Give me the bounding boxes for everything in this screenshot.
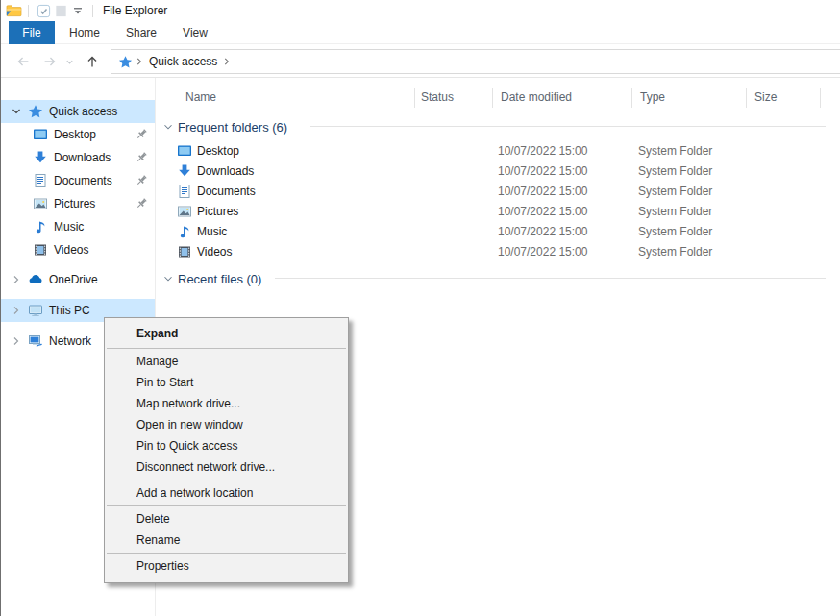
sidebar-label: Pictures (54, 197, 95, 210)
sidebar-item-pictures[interactable]: Pictures (1, 192, 155, 215)
recent-locations-dropdown[interactable] (62, 51, 76, 72)
qat-newfolder-button[interactable] (52, 2, 69, 19)
column-header-status[interactable]: Status (421, 90, 454, 104)
chevron-down-icon[interactable] (9, 104, 24, 119)
file-name: Videos (197, 245, 232, 259)
sidebar-item-documents[interactable]: Documents (1, 169, 155, 192)
sidebar-item-quick-access[interactable]: Quick access (1, 100, 155, 123)
chevron-down-icon[interactable] (161, 272, 175, 285)
group-header-recent-files[interactable]: Recent files (0) (156, 269, 261, 288)
tab-home[interactable]: Home (61, 21, 109, 44)
column-header-size[interactable]: Size (754, 90, 777, 104)
file-row-pictures[interactable]: Pictures 10/07/2022 15:00 System Folder (156, 202, 840, 222)
sidebar-item-videos[interactable]: Videos (1, 238, 155, 261)
menu-item-pin-to-quick-access[interactable]: Pin to Quick access (105, 435, 348, 456)
column-divider[interactable] (820, 88, 821, 108)
file-row-downloads[interactable]: Downloads 10/07/2022 15:00 System Folder (156, 161, 840, 182)
menu-item-rename[interactable]: Rename (105, 530, 348, 551)
chevron-down-icon[interactable] (161, 120, 175, 134)
breadcrumb-location[interactable]: Quick access (149, 55, 217, 68)
file-type: System Folder (638, 205, 712, 218)
file-row-videos[interactable]: Videos 10/07/2022 15:00 System Folder (156, 242, 840, 262)
menu-item-expand[interactable]: Expand (105, 322, 348, 346)
breadcrumb-chevron-icon[interactable] (222, 55, 232, 68)
menu-separator (107, 348, 346, 349)
menu-item-open-in-new-window[interactable]: Open in new window (105, 414, 348, 435)
file-name: Documents (197, 185, 256, 198)
file-type: System Folder (638, 225, 712, 238)
column-header-type[interactable]: Type (640, 90, 665, 104)
sidebar-label: Quick access (49, 105, 117, 118)
file-name: Desktop (197, 144, 239, 158)
menu-item-properties[interactable]: Properties (105, 555, 348, 577)
file-type: System Folder (638, 144, 712, 158)
qat-customize-dropdown[interactable] (69, 2, 86, 19)
pictures-icon (177, 204, 192, 219)
pictures-icon (33, 196, 48, 211)
pin-icon (134, 196, 149, 211)
column-headers: Name Status Date modified Type Size (156, 85, 840, 110)
column-divider[interactable] (631, 88, 632, 108)
file-date-modified: 10/07/2022 15:00 (498, 245, 587, 259)
menu-item-disconnect-network-drive[interactable]: Disconnect network drive... (105, 456, 348, 478)
sidebar-label: Videos (54, 243, 88, 257)
sidebar-item-downloads[interactable]: Downloads (1, 146, 155, 169)
tab-file[interactable]: File (9, 21, 55, 44)
onedrive-icon (28, 272, 43, 287)
menu-item-pin-to-start[interactable]: Pin to Start (105, 372, 348, 393)
file-date-modified: 10/07/2022 15:00 (498, 185, 587, 198)
menu-item-delete[interactable]: Delete (105, 508, 348, 530)
forward-button[interactable] (39, 51, 61, 72)
column-divider[interactable] (492, 88, 493, 108)
documents-icon (177, 184, 192, 199)
file-type: System Folder (638, 164, 712, 178)
pin-icon (134, 173, 149, 188)
documents-icon (33, 173, 48, 188)
quick-access-star-icon (118, 55, 133, 69)
file-row-desktop[interactable]: Desktop 10/07/2022 15:00 System Folder (156, 141, 840, 161)
file-row-music[interactable]: Music 10/07/2022 15:00 System Folder (156, 222, 840, 242)
up-button[interactable] (82, 51, 103, 72)
group-label: Recent files (0) (178, 272, 261, 286)
sidebar-item-desktop[interactable]: Desktop (1, 123, 155, 146)
sidebar-item-music[interactable]: Music (1, 215, 155, 238)
menu-item-map-network-drive[interactable]: Map network drive... (105, 393, 348, 414)
sidebar-label: Music (54, 220, 84, 234)
back-button[interactable] (12, 51, 34, 72)
videos-icon (33, 242, 48, 258)
desktop-icon (33, 127, 48, 142)
sidebar-item-onedrive[interactable]: OneDrive (1, 268, 155, 291)
column-header-date-modified[interactable]: Date modified (501, 90, 572, 104)
group-header-frequent-folders[interactable]: Frequent folders (6) (156, 117, 287, 136)
chevron-right-icon[interactable] (9, 303, 24, 318)
sidebar-label: Network (49, 334, 91, 348)
chevron-right-icon[interactable] (9, 272, 24, 287)
titlebar: File Explorer (1, 0, 840, 21)
menu-item-manage[interactable]: Manage (105, 351, 348, 372)
qat-properties-button[interactable] (35, 2, 52, 19)
column-divider[interactable] (746, 88, 747, 108)
address-bar[interactable]: Quick access (111, 49, 840, 74)
breadcrumb-chevron-icon[interactable] (135, 55, 144, 68)
column-header-name[interactable]: Name (185, 90, 216, 104)
file-name: Music (197, 225, 227, 238)
downloads-icon (177, 163, 192, 179)
tab-share[interactable]: Share (116, 21, 166, 44)
quick-access-star-icon (28, 104, 43, 119)
downloads-icon (33, 150, 48, 165)
group-label: Frequent folders (6) (178, 120, 287, 135)
pin-icon (134, 127, 149, 142)
column-divider[interactable] (414, 88, 415, 108)
this-pc-icon (28, 303, 43, 318)
group-header-line (275, 278, 826, 279)
videos-icon (177, 244, 192, 259)
file-explorer-logo-icon (6, 3, 22, 18)
tab-view[interactable]: View (172, 21, 218, 44)
ribbon-tabs: File Home Share View (1, 21, 840, 44)
navigation-toolbar: Quick access (1, 45, 840, 78)
file-row-documents[interactable]: Documents 10/07/2022 15:00 System Folder (156, 182, 840, 202)
menu-separator (107, 553, 346, 554)
menu-item-add-network-location[interactable]: Add a network location (105, 482, 348, 504)
window-title: File Explorer (103, 4, 167, 17)
chevron-right-icon[interactable] (9, 333, 24, 349)
